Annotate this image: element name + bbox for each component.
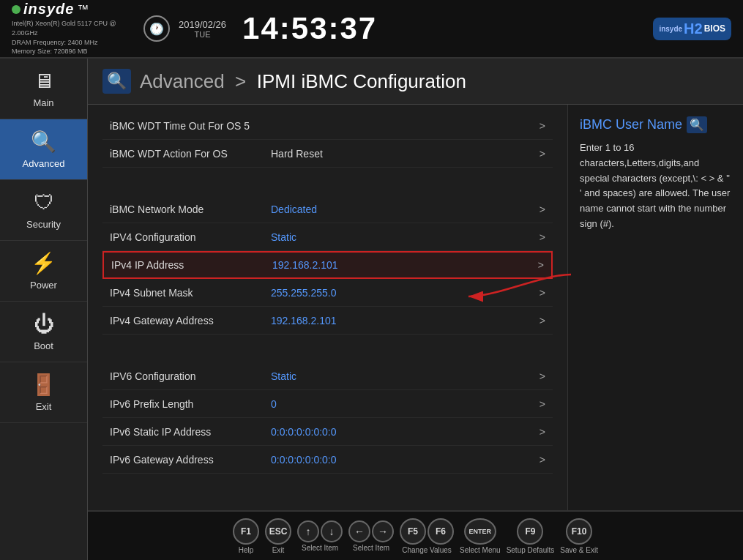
- select-item-lr-label: Select Item: [353, 544, 389, 552]
- help-panel: iBMC User Name 🔍 Enter 1 to 16 character…: [567, 105, 743, 510]
- help-title: iBMC User Name 🔍: [580, 116, 731, 133]
- logo-dot: [12, 5, 20, 14]
- date-block: 2019/02/26 TUE: [179, 19, 226, 39]
- row-value-network-mode: Dedicated: [271, 204, 532, 215]
- sys-info: Intel(R) Xeon(R) Gold 5117 CPU @ 2.00GHz…: [12, 19, 129, 56]
- right-key[interactable]: →: [372, 520, 394, 542]
- boot-icon: ⏻: [34, 312, 54, 336]
- advanced-icon: 🔍: [31, 130, 56, 154]
- row-label-wdt-timeout: iBMC WDT Time Out For OS 5: [110, 120, 271, 132]
- key-esc[interactable]: ESC Exit: [265, 518, 291, 554]
- key-enter[interactable]: ENTER Select Menu: [460, 518, 501, 554]
- select-item-up-label: Select Item: [302, 544, 338, 552]
- power-icon: ⚡: [31, 251, 56, 275]
- f9-label: Setup Defaults: [507, 546, 555, 554]
- row-ipv6-gateway[interactable]: IPv6 Gateway Address 0:0:0:0:0:0:0:0 >: [102, 446, 553, 474]
- settings-list: iBMC WDT Time Out For OS 5 > iBMC WDT Ac…: [88, 105, 567, 510]
- content-area: 🔍 Advanced > IPMI iBMC Configuration iBM…: [88, 59, 743, 560]
- f5-key[interactable]: F5: [400, 518, 426, 545]
- row-label-ipv6-gateway: IPv6 Gateway Address: [110, 454, 271, 466]
- left-key[interactable]: ←: [348, 520, 370, 542]
- key-f1[interactable]: F1 Help: [233, 518, 259, 554]
- f1-circle: F1: [233, 518, 259, 545]
- spacer-1: [102, 168, 553, 195]
- row-value-ipv6-gateway: 0:0:0:0:0:0:0:0: [271, 454, 532, 466]
- key-f9[interactable]: F9 Setup Defaults: [507, 518, 555, 554]
- spacer-2: [102, 335, 553, 362]
- row-ipv4-subnet[interactable]: IPv4 Subnet Mask 255.255.255.0 >: [102, 279, 553, 307]
- date: 2019/02/26: [179, 19, 226, 30]
- help-title-icon: 🔍: [687, 116, 707, 133]
- row-ipv6-prefix[interactable]: IPv6 Prefix Length 0 >: [102, 390, 553, 418]
- arrow-wdt-action: >: [539, 148, 545, 160]
- f10-label: Save & Exit: [560, 546, 598, 554]
- sidebar-item-security[interactable]: 🛡 Security: [0, 180, 87, 241]
- row-ipv6-static[interactable]: IPv6 Static IP Address 0:0:0:0:0:0:0:0 >: [102, 418, 553, 446]
- row-value-ipv6-config: Static: [271, 370, 532, 382]
- row-value-ipv6-prefix: 0: [271, 398, 532, 410]
- left-right-pair: ← →: [348, 520, 394, 542]
- esc-label: Exit: [272, 546, 285, 554]
- sidebar-label-main: Main: [33, 97, 53, 108]
- f6-key[interactable]: F6: [427, 518, 454, 545]
- arrow-ipv6-config: >: [539, 370, 545, 382]
- arrow-ipv6-static: >: [539, 426, 545, 438]
- row-label-ipv6-static: IPv6 Static IP Address: [110, 426, 271, 438]
- header-left: insyde™ Intel(R) Xeon(R) Gold 5117 CPU @…: [12, 1, 129, 56]
- f1-label: Help: [239, 546, 254, 554]
- row-ipv4-address[interactable]: IPv4 IP Address 192.168.2.101 >: [102, 251, 553, 279]
- clock-icon: 🕐: [143, 15, 170, 42]
- row-label-ipv6-prefix: IPv6 Prefix Length: [110, 398, 271, 410]
- row-value-ipv4-config: Static: [271, 231, 532, 243]
- sidebar-item-boot[interactable]: ⏻ Boot: [0, 302, 87, 362]
- key-f10[interactable]: F10 Save & Exit: [560, 518, 598, 554]
- arrow-ipv4-subnet: >: [539, 287, 545, 299]
- bios-version: H2: [684, 20, 703, 37]
- sidebar-item-advanced[interactable]: 🔍 Advanced: [0, 119, 87, 180]
- page-title-text: IPMI iBMC Configuration: [257, 70, 466, 92]
- exit-icon: 🚪: [31, 373, 56, 397]
- f9-circle: F9: [517, 518, 543, 545]
- up-key[interactable]: ↑: [297, 520, 319, 542]
- day: TUE: [195, 30, 211, 39]
- row-value-ipv4-gateway: 192.168.2.101: [271, 315, 532, 326]
- sidebar: 🖥 Main 🔍 Advanced 🛡 Security ⚡ Power ⏻ B…: [0, 59, 88, 560]
- arrow-wdt-timeout: >: [539, 120, 545, 132]
- help-title-text: iBMC User Name: [580, 117, 682, 132]
- header-right: insyde H2 BIOS: [653, 18, 731, 40]
- row-wdt-timeout[interactable]: iBMC WDT Time Out For OS 5 >: [102, 112, 553, 140]
- row-network-mode[interactable]: iBMC Network Mode Dedicated >: [102, 195, 553, 223]
- row-value-ipv6-static: 0:0:0:0:0:0:0:0: [271, 426, 532, 438]
- row-label-ipv4-gateway: IPv4 Gateway Address: [110, 315, 271, 326]
- enter-label: Select Menu: [460, 546, 501, 554]
- sidebar-label-exit: Exit: [36, 401, 52, 412]
- row-label-wdt-action: iBMC WDT Action For OS: [110, 148, 271, 160]
- sidebar-item-power[interactable]: ⚡ Power: [0, 241, 87, 302]
- sidebar-label-power: Power: [30, 280, 57, 291]
- arrow-ipv6-gateway: >: [539, 454, 545, 466]
- sidebar-item-exit[interactable]: 🚪 Exit: [0, 362, 87, 423]
- insyde-logo: insyde™: [12, 1, 129, 18]
- row-value-ipv4-subnet: 255.255.255.0: [271, 287, 532, 299]
- row-wdt-action[interactable]: iBMC WDT Action For OS Hard Reset >: [102, 140, 553, 168]
- row-ipv6-config[interactable]: IPV6 Configuration Static >: [102, 362, 553, 390]
- page-header: 🔍 Advanced > IPMI iBMC Configuration: [88, 59, 743, 105]
- row-ipv4-config[interactable]: IPV4 Configuration Static >: [102, 223, 553, 251]
- change-values-label: Change Values: [402, 546, 452, 554]
- f5-f6-pair: F5 F6: [400, 518, 454, 545]
- settings-section: iBMC WDT Time Out For OS 5 > iBMC WDT Ac…: [88, 112, 567, 474]
- sidebar-label-security: Security: [26, 219, 61, 230]
- security-icon: 🛡: [34, 190, 54, 214]
- row-ipv4-gateway[interactable]: IPv4 Gateway Address 192.168.2.101 >: [102, 307, 553, 335]
- down-key[interactable]: ↓: [321, 520, 343, 542]
- arrow-ipv4-address: >: [538, 259, 544, 271]
- row-label-network-mode: iBMC Network Mode: [110, 204, 271, 215]
- arrow-ipv4-gateway: >: [539, 315, 545, 326]
- bios-badge: insyde H2 BIOS: [653, 18, 731, 40]
- sidebar-item-main[interactable]: 🖥 Main: [0, 59, 87, 119]
- help-text: Enter 1 to 16 characters,Letters,digits,…: [580, 141, 731, 232]
- breadcrumb-parent: Advanced: [140, 70, 225, 92]
- row-label-ipv6-config: IPV6 Configuration: [110, 370, 271, 382]
- row-label-ipv4-subnet: IPv4 Subnet Mask: [110, 287, 271, 299]
- row-value-wdt-action: Hard Reset: [271, 148, 532, 160]
